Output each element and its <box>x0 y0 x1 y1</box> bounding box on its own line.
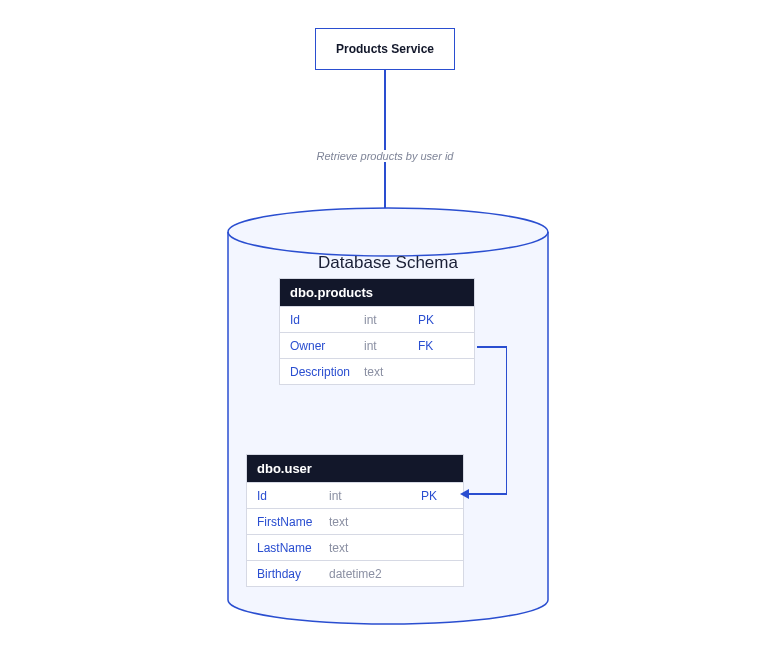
col-name: Owner <box>280 339 364 353</box>
table-row: FirstName text <box>247 508 463 534</box>
col-type: text <box>329 541 421 555</box>
col-type: int <box>329 489 421 503</box>
table-row: Owner int FK <box>280 332 474 358</box>
table-user: dbo.user Id int PK FirstName text LastNa… <box>246 454 464 587</box>
table-products: dbo.products Id int PK Owner int FK Desc… <box>279 278 475 385</box>
table-row: Description text <box>280 358 474 384</box>
products-service-box: Products Service <box>315 28 455 70</box>
col-key: PK <box>421 489 451 503</box>
col-name: Birthday <box>247 567 329 581</box>
arrow-head-icon <box>460 489 469 499</box>
col-type: datetime2 <box>329 567 421 581</box>
col-name: Description <box>280 365 364 379</box>
col-key: PK <box>418 313 458 327</box>
table-row: LastName text <box>247 534 463 560</box>
fk-connector <box>506 346 508 494</box>
col-name: LastName <box>247 541 329 555</box>
database-title: Database Schema <box>318 253 458 273</box>
fk-connector <box>477 346 507 348</box>
col-name: FirstName <box>247 515 329 529</box>
col-name: Id <box>280 313 364 327</box>
arrow-label: Retrieve products by user id <box>280 150 490 162</box>
col-type: int <box>364 339 418 353</box>
col-type: int <box>364 313 418 327</box>
col-key: FK <box>418 339 458 353</box>
table-row: Id int PK <box>280 306 474 332</box>
table-row: Birthday datetime2 <box>247 560 463 586</box>
table-products-header: dbo.products <box>280 279 474 306</box>
table-row: Id int PK <box>247 482 463 508</box>
products-service-label: Products Service <box>336 42 434 56</box>
table-user-header: dbo.user <box>247 455 463 482</box>
col-type: text <box>329 515 421 529</box>
diagram-canvas: Products Service Retrieve products by us… <box>0 0 765 649</box>
col-name: Id <box>247 489 329 503</box>
fk-connector <box>466 493 507 495</box>
col-type: text <box>364 365 418 379</box>
